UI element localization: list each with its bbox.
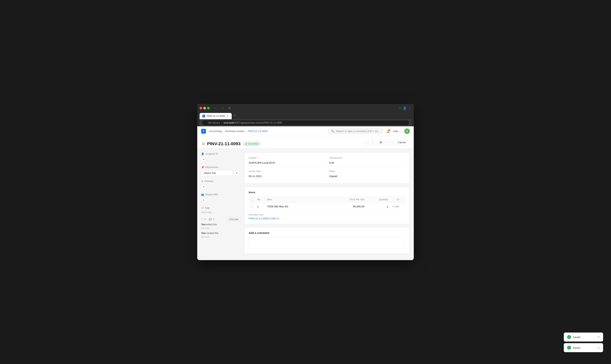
back-button[interactable]: ← [213,106,218,110]
edit-label: Edit [395,205,399,208]
shared-with-label: 👥 Shared With [201,193,240,196]
chevron-down-icon: ⌄ [399,130,401,133]
profile-button[interactable]: 👤 [403,106,407,110]
address-bar[interactable]: △ Not Secure | local.build:8007/app/purc… [202,120,409,125]
amended-from-section: Amended From PINV-21-11-0093-CANC-0 [249,213,406,220]
page-header-actions: ‹ › 🖶 ⋯ Cancel [363,139,409,148]
items-card: Items No. Item Price Per Unit Quantity [244,187,410,224]
menu-button[interactable]: ⋮ [408,106,412,110]
status-group: Status Unpaid [329,170,406,180]
status-dot [245,143,247,145]
page-header: ☰ PINV-21-11-0093 Submitted ‹ › 🖶 ⋯ Canc… [197,136,414,149]
status-badge: Submitted [243,142,261,146]
basic-info-card: Supplier * SUPPLIER-Local-0078 Total Amo… [244,153,410,183]
breadcrumb: F › Accounting › Purchase Invoice › PINV… [201,129,268,134]
total-amount-group: Total Amount 0.00 [329,157,406,166]
row-item[interactable]: ITEM-082-Mac M1 [265,203,331,210]
item-header: Item [265,196,331,203]
tab-favicon: F [202,115,205,117]
status-value: Unpaid [329,173,406,180]
sidebar-toggle-button[interactable]: ☰ [202,142,205,146]
toast-2-close-button[interactable]: ✕ [597,346,600,350]
row-checkbox[interactable] [251,205,253,208]
add-assigned-to-button[interactable]: + [201,157,206,162]
next-button[interactable]: › [370,139,376,145]
row-no: 1 [255,203,265,210]
activity-item-1: You edited this just now [201,223,240,230]
add-review-button[interactable]: + [201,184,206,189]
forward-button[interactable]: → [220,106,226,110]
tab-close-button[interactable]: ✕ [226,115,229,118]
activity-time-2: just now [201,235,209,238]
breadcrumb-sep-1: › [207,130,208,133]
action-header: ⚙ [390,196,406,203]
settings-icon[interactable]: ⚙ [397,198,399,201]
minimize-traffic-light[interactable] [203,107,206,109]
main-form: Supplier * SUPPLIER-Local-0078 Total Amo… [244,153,410,253]
select-all-checkbox[interactable] [251,198,253,200]
top-nav-right: 🔍 Search or type a command (Ctrl + G) 🔔 … [328,128,410,134]
more-options-button[interactable]: ⋯ [386,139,393,145]
tags-label: 🏷 Tags [201,207,240,209]
cancel-button[interactable]: Cancel [395,140,409,145]
table-row: 1 ITEM-082-Mac M1 80,000.00 1 ✎ Edit [249,203,406,210]
activity-time-1: just now [201,227,209,229]
amended-from-label: Amended From [249,213,406,216]
toast-1-icon: ✓ [567,335,571,339]
person-icon: 👤 [201,153,204,155]
breadcrumb-accounting[interactable]: Accounting [209,130,222,133]
bookmark-button[interactable]: ☆ [398,106,401,110]
attachments-label: 📌 Attachments [201,166,240,169]
browser-window: ← → ↻ ☆ 👤 ⋮ F PINV-21-11-0093 ✕ + △ Not … [197,104,414,260]
app-content: F › Accounting › Purchase Invoice › PINV… [197,126,414,260]
attach-file-label: Attach File [204,171,216,175]
group-icon: 👥 [201,193,204,196]
shared-with-section: 👥 Shared With + [201,193,240,203]
new-tab-button[interactable]: + [232,112,238,119]
reload-button[interactable]: ↻ [227,106,232,110]
pencil-icon: ✎ [392,205,394,208]
supplier-value[interactable]: SUPPLIER-Local-0078 [249,160,325,166]
search-icon: 🔍 [331,130,334,133]
app-icon[interactable]: F [201,129,206,134]
toast-2-text: Saved [573,346,595,349]
add-tag-input[interactable]: Add a tag ... [201,211,214,214]
row-quantity: 1 [366,203,390,210]
attach-file-button[interactable]: Attach File [201,170,233,176]
not-secure-icon: △ [205,121,206,124]
add-attachment-button[interactable]: + [234,170,239,176]
toast-2-icon: ✓ [567,346,571,350]
comment-input[interactable] [249,237,406,249]
help-button[interactable]: Help ⌄ [393,130,401,133]
global-search[interactable]: 🔍 Search or type a command (Ctrl + G) [328,128,383,134]
close-traffic-light[interactable] [199,107,202,109]
avatar[interactable]: A [404,129,410,134]
dot-separator: · [207,218,208,221]
maximize-traffic-light[interactable] [207,107,210,109]
browser-chrome: ← → ↻ ☆ 👤 ⋮ F PINV-21-11-0093 ✕ + △ Not … [197,104,414,126]
breadcrumb-purchase-invoice[interactable]: Purchase Invoice [225,130,245,133]
active-tab[interactable]: F PINV-21-11-0093 ✕ [199,113,232,119]
add-shared-with-button[interactable]: + [201,197,206,203]
follow-button[interactable]: FOLLOW [227,218,240,221]
print-button[interactable]: 🖶 [377,139,384,145]
activity-item-2: You created this just now [201,231,240,238]
tab-bar: F PINV-21-11-0093 ✕ + [199,112,412,119]
prev-button[interactable]: ‹ [363,139,369,145]
social-row: ♡ 0 · 💬 0 FOLLOW [201,218,240,221]
toast-1-text: Saved [573,336,595,339]
checkbox-header [249,196,255,203]
edit-row-button[interactable]: ✎ Edit [392,205,399,208]
no-header: No. [255,196,265,203]
quantity-header: Quantity [366,196,390,203]
invoice-date-group: Invoice Date * 05-11-2021 [249,170,325,180]
toast-1-close-button[interactable]: ✕ [597,335,600,339]
comment-card: Add a comment [244,227,410,253]
notifications-button[interactable]: 🔔 [386,130,390,133]
toast-2: ✓ Saved ✕ [564,343,603,352]
amended-from-value[interactable]: PINV-21-11-0093-CANC-0 [249,217,406,220]
notification-dot [389,129,390,131]
help-label: Help [393,130,398,133]
invoice-date-value[interactable]: 05-11-2021 [249,173,325,180]
comment-title: Add a comment [249,231,406,234]
